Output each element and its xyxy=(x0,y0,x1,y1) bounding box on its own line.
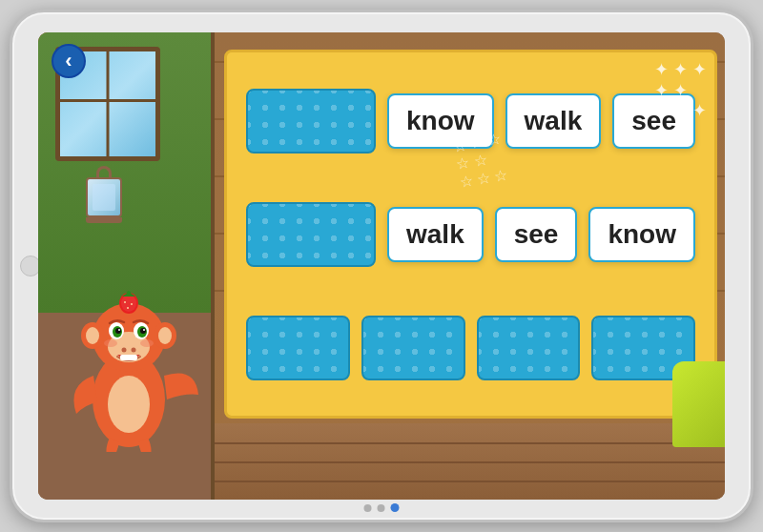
svg-point-20 xyxy=(124,301,126,303)
blue-card-r1c1[interactable] xyxy=(246,89,376,153)
stars-top-right: ✦ ✦ ✦✦ ✦✦ ✦ ✦ xyxy=(654,60,707,122)
svg-point-24 xyxy=(140,339,154,347)
card-row-2: walk see know xyxy=(246,183,695,285)
lantern xyxy=(86,166,122,218)
word-card-walk-2[interactable]: walk xyxy=(387,207,484,262)
stars-middle: ☆ ☆ ☆☆ ☆☆ ☆ ☆ xyxy=(451,130,508,192)
ipad-frame: ✦ ✦ ✦✦ ✦✦ ✦ ✦ know walk see ☆ ☆ ☆☆ ☆☆ ☆ … xyxy=(10,10,753,522)
word-card-walk-1[interactable]: walk xyxy=(505,93,602,149)
cushion xyxy=(672,361,725,447)
blue-card-r3c1[interactable] xyxy=(246,316,350,380)
lantern-hook xyxy=(96,166,112,177)
pagination-dots xyxy=(364,503,400,512)
blue-card-r2c1[interactable] xyxy=(246,202,376,267)
svg-point-15 xyxy=(143,329,145,331)
dot-1[interactable] xyxy=(364,504,372,512)
dot-3[interactable] xyxy=(391,503,400,512)
back-button[interactable] xyxy=(52,44,86,78)
svg-point-14 xyxy=(118,329,120,331)
blue-card-r3c2[interactable] xyxy=(361,316,465,380)
svg-point-17 xyxy=(132,348,136,353)
lantern-base xyxy=(86,217,122,223)
room-background: ✦ ✦ ✦✦ ✦✦ ✦ ✦ know walk see ☆ ☆ ☆☆ ☆☆ ☆ … xyxy=(38,32,725,500)
blue-card-r3c3[interactable] xyxy=(477,316,581,380)
svg-point-19 xyxy=(121,295,136,312)
svg-rect-25 xyxy=(120,355,137,360)
svg-point-12 xyxy=(115,328,121,334)
lantern-body xyxy=(86,177,122,217)
svg-point-16 xyxy=(122,348,127,353)
dot-2[interactable] xyxy=(378,504,385,512)
word-card-know-2[interactable]: know xyxy=(588,207,695,262)
svg-point-1 xyxy=(108,376,150,433)
svg-point-4 xyxy=(86,327,99,344)
svg-point-6 xyxy=(158,327,172,344)
yellow-board: ✦ ✦ ✦✦ ✦✦ ✦ ✦ know walk see ☆ ☆ ☆☆ ☆☆ ☆ … xyxy=(224,50,717,419)
monkey-character xyxy=(57,252,200,442)
svg-point-22 xyxy=(127,307,129,309)
svg-point-13 xyxy=(140,328,146,334)
svg-point-23 xyxy=(104,339,117,347)
card-row-3 xyxy=(246,297,695,399)
svg-point-21 xyxy=(131,303,133,305)
screen: ✦ ✦ ✦✦ ✦✦ ✦ ✦ know walk see ☆ ☆ ☆☆ ☆☆ ☆ … xyxy=(38,32,725,500)
word-card-see-2[interactable]: see xyxy=(495,207,578,262)
